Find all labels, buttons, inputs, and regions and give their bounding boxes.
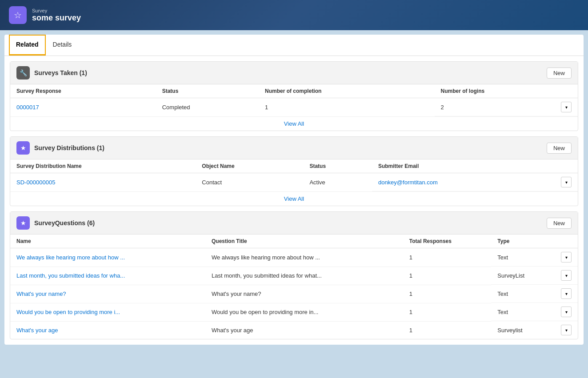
col-logins: Number of logins <box>435 84 578 98</box>
total-responses-cell-4: 1 <box>403 321 492 339</box>
total-responses-cell-3: 1 <box>403 303 492 321</box>
row-dropdown-button[interactable]: ▾ <box>561 325 572 335</box>
question-title-cell-4: What's your age <box>205 321 403 339</box>
row-dropdown-button[interactable]: ▾ <box>561 252 572 263</box>
question-name-link-2[interactable]: What's your name? <box>16 290 66 297</box>
survey-response-link[interactable]: 0000017 <box>16 104 39 111</box>
app-title-group: Survey some survey <box>32 8 81 23</box>
tab-details[interactable]: Details <box>46 35 79 56</box>
col-survey-response: Survey Response <box>10 84 156 98</box>
col-object-name: Object Name <box>196 159 303 173</box>
questions-table: Name Question Title Total Responses Type… <box>10 235 578 339</box>
row-dropdown-button[interactable]: ▾ <box>561 270 572 281</box>
section-questions-header-left: ★ SurveyQuestions (6) <box>16 216 95 230</box>
question-name-link-4[interactable]: What's your age <box>16 327 58 334</box>
col-completions: Number of completion <box>259 84 434 98</box>
surveys-taken-table: Survey Response Status Number of complet… <box>10 84 578 131</box>
surveys-taken-icon: 🔧 <box>16 66 30 80</box>
table-row: What's your age What's your age 1 Survey… <box>10 321 578 339</box>
questions-new-button[interactable]: New <box>547 218 572 229</box>
app-logo-icon: ☆ <box>9 6 27 24</box>
submitter-email-cell: donkey@formtitan.com ▾ <box>372 173 578 191</box>
table-row: Would you be open to providing more i...… <box>10 303 578 321</box>
row-dropdown-button[interactable]: ▾ <box>561 102 572 112</box>
question-title-cell-1: Last month, you submitted ideas for what… <box>205 267 403 285</box>
distribution-name-link[interactable]: SD-000000005 <box>16 179 55 186</box>
question-type-cell-1: SurveyList ▾ <box>491 267 578 285</box>
table-row: SD-000000005 Contact Active donkey@formt… <box>10 173 578 192</box>
main-wrapper: Related Details 🔧 Surveys Taken (1) New … <box>0 30 588 349</box>
section-surveys-taken: 🔧 Surveys Taken (1) New Survey Response … <box>10 61 578 131</box>
col-q-type: Type <box>491 235 578 248</box>
distributions-new-button[interactable]: New <box>547 143 572 154</box>
question-name-link-0[interactable]: We always like hearing more about how ..… <box>16 254 125 261</box>
col-dist-status: Status <box>303 159 372 173</box>
distributions-icon: ★ <box>16 141 30 155</box>
col-status: Status <box>156 84 259 98</box>
question-type-cell-2: Text ▾ <box>491 285 578 303</box>
completions-cell: 1 <box>259 98 434 117</box>
col-dist-name: Survey Distribution Name <box>10 159 196 173</box>
question-type-cell-4: Surveylist ▾ <box>491 321 578 339</box>
col-submitter-email: Submitter Email <box>372 159 578 173</box>
section-distributions-header-left: ★ Survey Distributions (1) <box>16 141 104 155</box>
section-survey-distributions: ★ Survey Distributions (1) New Survey Di… <box>10 136 578 206</box>
total-responses-cell-0: 1 <box>403 248 492 267</box>
tab-related[interactable]: Related <box>9 35 46 56</box>
row-dropdown-button[interactable]: ▾ <box>561 306 572 317</box>
view-all-surveys-taken[interactable]: View All <box>284 120 304 127</box>
table-row: Last month, you submitted ideas for wha.… <box>10 267 578 285</box>
section-surveys-taken-header: 🔧 Surveys Taken (1) New <box>10 62 578 84</box>
app-header: ☆ Survey some survey <box>0 0 588 30</box>
col-total-responses: Total Responses <box>403 235 492 248</box>
question-type-cell-0: Text ▾ <box>491 248 578 267</box>
app-type-label: Survey <box>32 8 81 13</box>
view-all-distributions[interactable]: View All <box>284 195 304 202</box>
logins-cell: 2 ▾ <box>435 98 578 116</box>
distributions-table: Survey Distribution Name Object Name Sta… <box>10 159 578 206</box>
view-all-row: View All <box>10 117 578 131</box>
dist-status-cell: Active <box>303 173 372 192</box>
question-title-cell-0: We always like hearing more about how ..… <box>205 248 403 267</box>
questions-title: SurveyQuestions (6) <box>34 219 95 227</box>
section-surveys-taken-header-left: 🔧 Surveys Taken (1) <box>16 66 87 80</box>
view-all-row: View All <box>10 192 578 206</box>
question-type-cell-3: Text ▾ <box>491 303 578 321</box>
surveys-taken-title: Surveys Taken (1) <box>34 69 87 76</box>
table-row: 0000017 Completed 1 2 ▾ <box>10 98 578 117</box>
section-distributions-header: ★ Survey Distributions (1) New <box>10 137 578 159</box>
app-survey-name: some survey <box>32 13 81 23</box>
status-cell: Completed <box>156 98 259 117</box>
col-q-name: Name <box>10 235 205 248</box>
row-dropdown-button[interactable]: ▾ <box>561 177 572 187</box>
questions-icon: ★ <box>16 216 30 230</box>
distributions-title: Survey Distributions (1) <box>34 144 104 151</box>
table-row: We always like hearing more about how ..… <box>10 248 578 267</box>
question-title-cell-3: Would you be open to providing more in..… <box>205 303 403 321</box>
col-q-title: Question Title <box>205 235 403 248</box>
row-dropdown-button[interactable]: ▾ <box>561 288 572 299</box>
object-name-cell: Contact <box>196 173 303 192</box>
table-row: What's your name? What's your name? 1 Te… <box>10 285 578 303</box>
surveys-taken-new-button[interactable]: New <box>547 68 572 79</box>
tab-panel: Related Details 🔧 Surveys Taken (1) New … <box>4 35 584 345</box>
question-name-link-1[interactable]: Last month, you submitted ideas for wha.… <box>16 272 125 279</box>
question-name-link-3[interactable]: Would you be open to providing more i... <box>16 309 120 315</box>
section-survey-questions: ★ SurveyQuestions (6) New Name Question … <box>10 211 578 339</box>
total-responses-cell-1: 1 <box>403 267 492 285</box>
submitter-email-link[interactable]: donkey@formtitan.com <box>378 179 438 186</box>
question-title-cell-2: What's your name? <box>205 285 403 303</box>
total-responses-cell-2: 1 <box>403 285 492 303</box>
tabs-bar: Related Details <box>4 35 584 56</box>
section-questions-header: ★ SurveyQuestions (6) New <box>10 212 578 235</box>
